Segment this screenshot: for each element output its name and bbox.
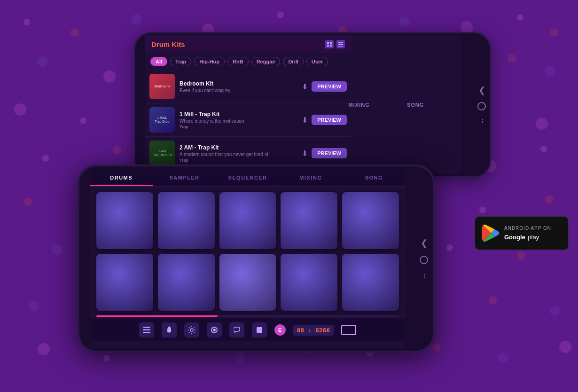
kit-item-bedroom[interactable]: Bedroom Bedroom Kit Even if you can't si… bbox=[145, 70, 351, 103]
drum-pad-5[interactable] bbox=[342, 192, 399, 249]
bg-dot bbox=[113, 146, 121, 154]
kit-name-bedroom: Bedroom Kit bbox=[180, 80, 297, 87]
square-toolbar-icon[interactable] bbox=[252, 322, 267, 337]
progress-bar-container bbox=[90, 315, 406, 317]
bg-dot bbox=[479, 207, 486, 213]
bg-dot bbox=[235, 353, 245, 363]
kit-desc-1mill: Where money is the motivation bbox=[180, 118, 297, 124]
google-play-title: Google play bbox=[504, 231, 551, 241]
tab-sequencer[interactable]: SEQUENCER bbox=[216, 169, 279, 186]
progress-bar-fill bbox=[96, 315, 218, 317]
back-tab-song[interactable]: SONG bbox=[407, 102, 424, 108]
tab-sampler[interactable]: SAMPLER bbox=[153, 169, 216, 186]
drum-pad-7[interactable] bbox=[158, 254, 215, 311]
screen-toolbar-icon[interactable] bbox=[341, 325, 356, 335]
svg-rect-10 bbox=[168, 332, 170, 333]
bg-dot bbox=[52, 244, 62, 255]
bg-dot bbox=[550, 28, 558, 37]
bg-dot bbox=[508, 54, 516, 63]
kit-info-bedroom: Bedroom Kit Even if you can't sing try bbox=[180, 80, 297, 93]
kit-genre-2am: Trap bbox=[180, 158, 297, 163]
loop-toolbar-icon[interactable] bbox=[229, 322, 244, 337]
bg-dot bbox=[517, 14, 523, 21]
settings-toolbar-icon[interactable] bbox=[184, 322, 199, 337]
cloud-download-icon-2am[interactable]: ⬇ bbox=[302, 149, 308, 158]
kit-item-1mill[interactable]: 1 MILLTrap Drop 1 Mill - Trap Kit Where … bbox=[145, 103, 351, 137]
google-play-logo bbox=[481, 224, 500, 243]
svg-rect-2 bbox=[327, 45, 329, 47]
drum-pad-9[interactable] bbox=[281, 254, 337, 311]
filter-tag-user[interactable]: User bbox=[306, 57, 328, 66]
kit-genre-1mill: Trap bbox=[180, 125, 297, 129]
kit-name-2am: 2 AM - Trap Kit bbox=[180, 144, 297, 151]
bg-dot bbox=[28, 301, 39, 311]
bg-dot bbox=[545, 66, 555, 76]
bg-dot bbox=[277, 12, 284, 18]
play-text: ANDROID APP ON Google play bbox=[504, 226, 551, 241]
google-play-badge[interactable]: ANDROID APP ON Google play bbox=[475, 216, 569, 250]
kit-info-1mill: 1 Mill - Trap Kit Where money is the mot… bbox=[180, 111, 297, 129]
record-toolbar-icon[interactable] bbox=[207, 322, 222, 337]
tab-drums[interactable]: DRUMS bbox=[90, 169, 153, 186]
bg-dot bbox=[103, 355, 110, 361]
bg-dot bbox=[432, 343, 441, 352]
front-chevron-icon[interactable]: ❮ bbox=[421, 238, 428, 248]
svg-rect-15 bbox=[257, 327, 262, 333]
bg-dot bbox=[489, 296, 497, 305]
front-home-icon[interactable] bbox=[420, 256, 428, 264]
drum-kits-title: Drum Kits bbox=[151, 40, 185, 48]
bg-dot bbox=[540, 146, 547, 152]
back-phone-nav: ❮ ⫶ bbox=[477, 85, 486, 125]
kit-desc-bedroom: Even if you can't sing try bbox=[180, 88, 297, 93]
svg-rect-8 bbox=[143, 329, 150, 331]
cloud-download-icon-1mill[interactable]: ⬇ bbox=[302, 116, 308, 125]
svg-rect-9 bbox=[143, 332, 150, 333]
back-phone: Drum Kits bbox=[134, 32, 491, 178]
bg-dot bbox=[399, 16, 410, 27]
drum-pad-10[interactable] bbox=[342, 254, 399, 311]
e-badge[interactable]: E bbox=[274, 324, 286, 336]
svg-point-11 bbox=[190, 329, 193, 331]
drum-pad-3[interactable] bbox=[219, 192, 276, 249]
filter-tag-reggae[interactable]: Reggae bbox=[251, 57, 281, 66]
svg-marker-14 bbox=[233, 330, 235, 333]
drum-pad-6[interactable] bbox=[96, 254, 153, 311]
kit-info-2am: 2 AM - Trap Kit A modern sound that you … bbox=[180, 144, 297, 163]
tab-mixing[interactable]: MIXING bbox=[279, 169, 342, 186]
bg-dot bbox=[132, 14, 142, 24]
filter-tag-all[interactable]: All bbox=[150, 57, 167, 66]
filter-tag-hip-hop[interactable]: Hip-Hop bbox=[194, 57, 225, 66]
filter-tag-drill[interactable]: Drill bbox=[283, 57, 303, 66]
cloud-download-icon[interactable]: ⬇ bbox=[302, 82, 308, 91]
pads-grid bbox=[90, 187, 406, 314]
drum-pad-2[interactable] bbox=[158, 192, 215, 249]
bg-dot bbox=[23, 197, 32, 206]
kit-desc-2am: A modern sound that you never get tired … bbox=[180, 152, 297, 157]
back-menu-icon[interactable]: ⫶ bbox=[481, 117, 483, 125]
svg-point-13 bbox=[213, 329, 216, 331]
bottom-toolbar: E 08 : 0266 bbox=[90, 319, 406, 341]
bg-dot bbox=[38, 343, 50, 355]
android-label: ANDROID APP ON bbox=[504, 226, 551, 231]
back-home-icon[interactable] bbox=[477, 102, 486, 110]
drum-pad-8[interactable] bbox=[219, 254, 276, 311]
list-toolbar-icon[interactable] bbox=[139, 322, 154, 337]
back-tab-mixing[interactable]: MIXING bbox=[349, 102, 370, 108]
tab-song[interactable]: SONG bbox=[343, 169, 406, 186]
bell-toolbar-icon[interactable] bbox=[162, 322, 177, 337]
back-chevron-icon[interactable]: ❮ bbox=[478, 85, 485, 95]
filter-tag-rnb[interactable]: RnB bbox=[227, 57, 249, 66]
bg-dot bbox=[80, 118, 86, 124]
drum-pad-1[interactable] bbox=[96, 192, 153, 249]
bg-dot bbox=[536, 118, 548, 130]
bg-dot bbox=[42, 155, 49, 162]
bg-dot bbox=[23, 19, 30, 25]
filter-tag-trap[interactable]: Trap bbox=[170, 57, 191, 66]
drum-kits-panel: Drum Kits bbox=[145, 35, 351, 174]
drum-pad-4[interactable] bbox=[281, 192, 337, 249]
bg-dot bbox=[517, 251, 525, 260]
kit-name-1mill: 1 Mill - Trap Kit bbox=[180, 111, 297, 118]
back-tabs: MIXING SONG bbox=[330, 35, 461, 174]
front-menu-icon[interactable]: ⫶ bbox=[423, 272, 425, 279]
filter-tags: AllTrapHip-HopRnBReggaeDrillUser bbox=[145, 53, 351, 70]
